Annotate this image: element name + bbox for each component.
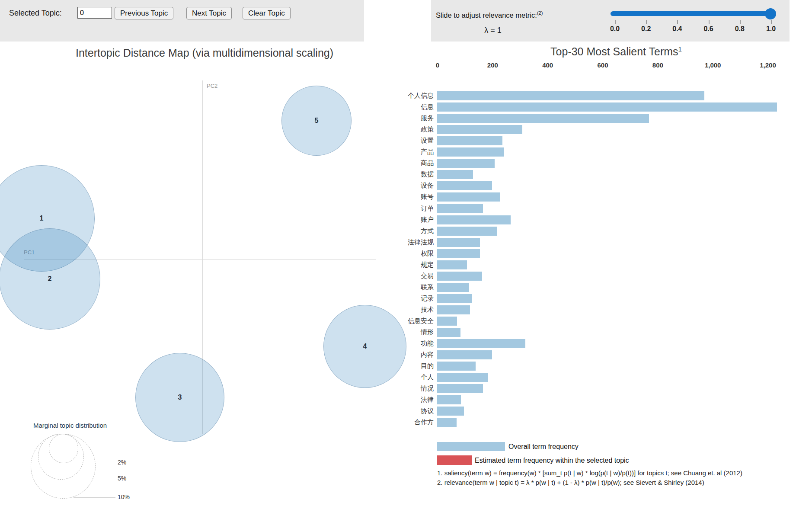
term-label[interactable]: 记录 (368, 295, 434, 303)
term-frequency-bar[interactable] (437, 147, 504, 157)
term-label[interactable]: 个人 (368, 373, 434, 381)
term-frequency-bar[interactable] (437, 136, 502, 145)
term-label[interactable]: 方式 (368, 227, 434, 235)
term-row: 功能 (368, 338, 783, 349)
term-frequency-bar[interactable] (437, 294, 472, 303)
term-frequency-bar[interactable] (437, 159, 495, 168)
term-frequency-bar[interactable] (437, 328, 460, 337)
term-label[interactable]: 服务 (368, 114, 434, 122)
term-frequency-bar[interactable] (437, 384, 483, 393)
term-frequency-bar[interactable] (437, 204, 483, 213)
term-frequency-bar[interactable] (437, 238, 480, 247)
slider-tick-mark (771, 20, 772, 24)
term-label[interactable]: 法律法规 (368, 238, 434, 247)
slider-tick-label: 0.2 (633, 25, 659, 33)
term-label[interactable]: 设备 (368, 182, 434, 190)
selected-topic-input[interactable] (77, 7, 112, 19)
previous-topic-button[interactable]: Previous Topic (115, 7, 173, 19)
relevance-slider-track[interactable] (611, 11, 775, 16)
term-label[interactable]: 交易 (368, 272, 434, 280)
term-row: 技术 (368, 304, 783, 316)
term-row: 内容 (368, 349, 783, 361)
marginal-size-label: 2% (118, 459, 126, 466)
term-label[interactable]: 权限 (368, 250, 434, 258)
term-frequency-bar[interactable] (437, 362, 476, 371)
term-row: 账户 (368, 215, 783, 226)
term-label[interactable]: 订单 (368, 205, 434, 213)
topic-circle-label: 1 (40, 215, 44, 222)
term-label[interactable]: 技术 (368, 306, 434, 314)
term-row: 数据 (368, 169, 783, 180)
slider-tick-label: 0.4 (664, 25, 690, 33)
term-row: 信息 (368, 102, 783, 113)
term-label[interactable]: 商品 (368, 159, 434, 167)
x-axis-tick-label: 800 (643, 61, 673, 69)
term-label[interactable]: 政策 (368, 125, 434, 134)
slider-tick-label: 0.0 (602, 25, 628, 33)
term-frequency-bar[interactable] (437, 114, 649, 123)
slider-tick-mark (646, 20, 647, 24)
title-footnote-marker: 1 (678, 45, 682, 53)
x-axis-tick-label: 400 (533, 61, 563, 69)
term-frequency-bar[interactable] (437, 192, 500, 202)
term-label[interactable]: 账户 (368, 216, 434, 224)
term-frequency-bar[interactable] (437, 339, 525, 348)
term-label[interactable]: 信息安全 (368, 317, 434, 325)
term-frequency-bar[interactable] (437, 102, 777, 112)
next-topic-button[interactable]: Next Topic (186, 7, 232, 19)
term-frequency-bar[interactable] (437, 283, 469, 292)
term-label[interactable]: 设置 (368, 137, 434, 145)
term-frequency-bar[interactable] (437, 272, 482, 281)
term-row: 记录 (368, 293, 783, 304)
term-label[interactable]: 产品 (368, 148, 434, 156)
term-label[interactable]: 情况 (368, 384, 434, 393)
term-label[interactable]: 联系 (368, 283, 434, 291)
overall-frequency-label: Overall term frequency (508, 443, 579, 451)
term-label[interactable]: 协议 (368, 407, 434, 415)
topic-circle-2[interactable]: 2 (0, 228, 100, 330)
term-label[interactable]: 个人信息 (368, 92, 434, 100)
slider-tick-mark (615, 20, 616, 24)
term-frequency-bar[interactable] (437, 170, 473, 179)
term-row: 法律法规 (368, 237, 783, 248)
term-label[interactable]: 信息 (368, 103, 434, 111)
term-row: 合作方 (368, 417, 783, 428)
term-frequency-bar[interactable] (437, 227, 497, 236)
marginal-size-label: 5% (118, 475, 126, 482)
term-frequency-bar[interactable] (437, 125, 522, 134)
topic-circle-3[interactable]: 3 (135, 353, 224, 442)
relevance-slider-handle[interactable] (765, 8, 776, 19)
term-frequency-bar[interactable] (437, 407, 464, 416)
term-row: 设备 (368, 180, 783, 192)
term-label[interactable]: 法律 (368, 396, 434, 404)
term-frequency-bar[interactable] (437, 373, 488, 382)
term-frequency-bar[interactable] (437, 305, 470, 314)
term-row: 账号 (368, 192, 783, 203)
term-label[interactable]: 情形 (368, 328, 434, 336)
term-frequency-bar[interactable] (437, 317, 457, 326)
term-row: 服务 (368, 113, 783, 124)
term-frequency-bar[interactable] (437, 418, 457, 427)
slider-tick-label: 0.6 (696, 25, 722, 33)
term-label[interactable]: 合作方 (368, 418, 434, 426)
term-frequency-bar[interactable] (437, 395, 461, 404)
term-frequency-bar[interactable] (437, 350, 492, 359)
term-label[interactable]: 功能 (368, 339, 434, 348)
term-label[interactable]: 数据 (368, 170, 434, 179)
term-label[interactable]: 规定 (368, 261, 434, 269)
term-row: 联系 (368, 282, 783, 293)
term-frequency-bar[interactable] (437, 260, 467, 269)
slider-tick-label: 1.0 (758, 25, 784, 33)
clear-topic-button[interactable]: Clear Topic (243, 7, 291, 19)
topic-circle-5[interactable]: 5 (281, 86, 352, 156)
term-label[interactable]: 目的 (368, 362, 434, 370)
term-frequency-bar[interactable] (437, 249, 480, 258)
pyldavis-page: Selected Topic: Previous Topic Next Topi… (0, 0, 812, 506)
marginal-leader-line (74, 497, 115, 498)
term-frequency-bar[interactable] (437, 215, 511, 224)
term-frequency-bar[interactable] (437, 181, 492, 190)
topic-circle-label: 4 (363, 343, 367, 350)
term-label[interactable]: 账号 (368, 193, 434, 201)
term-frequency-bar[interactable] (437, 91, 704, 100)
term-label[interactable]: 内容 (368, 351, 434, 359)
